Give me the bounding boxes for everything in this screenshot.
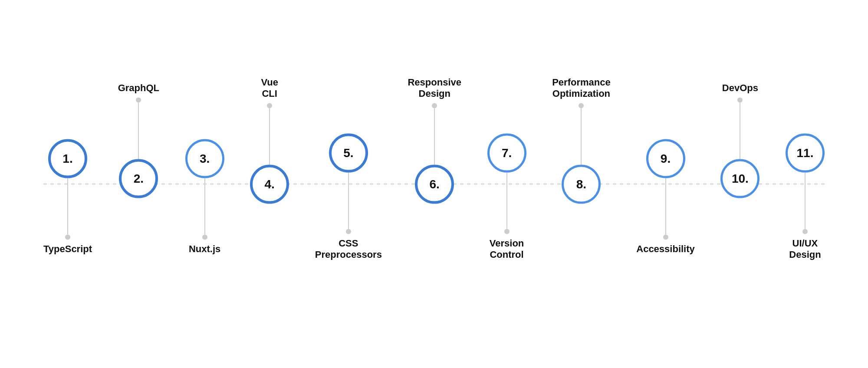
dot-bottom-5 (346, 229, 351, 234)
line-up-10 (740, 102, 740, 159)
dot-bottom-9 (663, 235, 668, 240)
node-item-4: VueCLI4. (250, 77, 289, 292)
node-label-2: GraphQL (118, 82, 159, 94)
dot-top-2 (136, 97, 141, 102)
dot-bottom-7 (504, 229, 510, 234)
line-up-2 (138, 102, 139, 159)
nodes-row: 1.TypeScriptGraphQL2.3.Nuxt.jsVueCLI4.5.… (43, 77, 825, 292)
node-label-8: PerformanceOptimization (552, 77, 611, 100)
circle-number-9: 9. (661, 152, 671, 166)
node-item-6: ResponsiveDesign6. (408, 77, 461, 292)
line-down-9 (665, 178, 666, 235)
circle-4: 4. (250, 164, 289, 204)
circle-3: 3. (185, 139, 224, 178)
dot-top-10 (737, 97, 743, 102)
circle-number-8: 8. (576, 177, 586, 191)
node-label-9: Accessibility (636, 243, 695, 255)
dot-top-4 (267, 103, 272, 108)
node-item-7: 7.VersionControl (487, 108, 526, 261)
node-label-3: Nuxt.js (189, 243, 220, 255)
line-down-7 (506, 173, 507, 229)
circle-number-1: 1. (62, 152, 72, 166)
node-item-2: GraphQL2. (118, 82, 159, 286)
circle-11: 11. (786, 134, 825, 173)
node-label-10: DevOps (722, 82, 758, 94)
circle-5: 5. (329, 134, 368, 173)
circle-10: 10. (720, 159, 760, 198)
node-item-8: PerformanceOptimization8. (552, 77, 611, 292)
circle-number-5: 5. (343, 146, 353, 160)
circle-2: 2. (119, 159, 158, 198)
node-label-11: UI/UXDesign (789, 238, 821, 261)
circle-number-3: 3. (200, 152, 210, 166)
circle-6: 6. (415, 164, 454, 204)
circle-number-10: 10. (732, 171, 749, 185)
node-label-7: VersionControl (490, 238, 524, 261)
dot-top-6 (432, 103, 437, 108)
node-label-4: VueCLI (261, 77, 278, 100)
line-down-5 (348, 173, 349, 229)
node-item-1: 1.TypeScript (43, 113, 92, 255)
dot-bottom-11 (802, 229, 808, 234)
circle-8: 8. (562, 164, 601, 204)
node-label-5: CSSPreprocessors (315, 238, 382, 261)
timeline-container: 1.TypeScriptGraphQL2.3.Nuxt.jsVueCLI4.5.… (22, 32, 846, 336)
dot-top-8 (579, 103, 584, 108)
node-label-6: ResponsiveDesign (408, 77, 461, 100)
line-up-6 (434, 108, 435, 164)
node-label-1: TypeScript (43, 243, 92, 255)
node-item-5: 5.CSSPreprocessors (315, 108, 382, 261)
node-item-10: DevOps10. (720, 82, 760, 286)
line-down-11 (805, 173, 806, 229)
circle-number-7: 7. (502, 146, 512, 160)
node-item-3: 3.Nuxt.js (185, 113, 224, 255)
node-item-11: 11.UI/UXDesign (786, 108, 825, 261)
circle-1: 1. (48, 139, 87, 178)
circle-7: 7. (487, 134, 526, 173)
dot-bottom-1 (65, 235, 70, 240)
circle-number-4: 4. (265, 177, 275, 191)
circle-number-2: 2. (134, 171, 144, 185)
line-down-1 (67, 178, 68, 235)
line-up-4 (269, 108, 270, 164)
circle-9: 9. (646, 139, 685, 178)
circle-number-11: 11. (797, 146, 814, 160)
node-item-9: 9.Accessibility (636, 113, 695, 255)
line-up-8 (581, 108, 582, 164)
timeline-wrapper: 1.TypeScriptGraphQL2.3.Nuxt.jsVueCLI4.5.… (43, 54, 825, 314)
circle-number-6: 6. (430, 177, 440, 191)
dot-bottom-3 (202, 235, 207, 240)
line-down-3 (204, 178, 205, 235)
